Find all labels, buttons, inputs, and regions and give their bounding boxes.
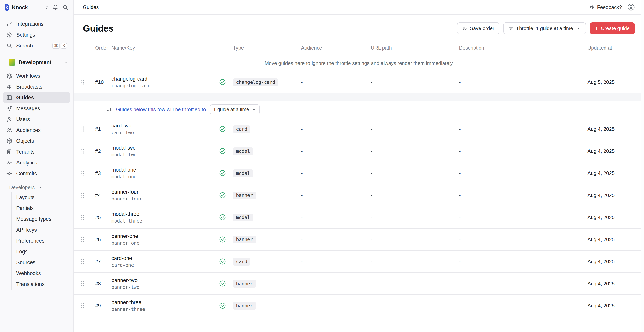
guide-type-cell: card (233, 258, 301, 265)
sidebar-item-logs[interactable]: Logs (12, 246, 67, 257)
drag-handle[interactable] (74, 302, 92, 309)
guide-type-cell: banner (233, 280, 301, 288)
column-header-type: Type (233, 45, 301, 51)
guide-name-cell: banner-four banner-four (112, 189, 219, 202)
column-header-updated-at: Updated at (588, 45, 644, 51)
table-row[interactable]: #10 changelog-card changelog-card change… (74, 71, 644, 93)
feedback-button[interactable]: Feedback? (590, 4, 622, 10)
sidebar-item-translations[interactable]: Translations (12, 279, 67, 289)
sidebar-item-integrations[interactable]: Integrations (3, 19, 70, 30)
bell-icon[interactable] (52, 4, 58, 11)
status-check-icon (219, 236, 226, 243)
table-row[interactable]: #7 card-one card-one card - - - Aug 4, 2… (74, 251, 644, 273)
guide-type-cell: banner (233, 235, 301, 243)
sidebar-nav: Integrations Settings Search ⌘ K Develop… (0, 15, 73, 289)
guide-name-cell: modal-three modal-three (112, 211, 219, 224)
guide-type-cell: banner (233, 302, 301, 310)
tenants-icon (6, 149, 12, 155)
sidebar-item-settings[interactable]: Settings (3, 30, 70, 40)
create-guide-button[interactable]: + Create guide (590, 23, 635, 34)
sidebar-item-sources[interactable]: Sources (12, 257, 67, 268)
guide-audience: - (301, 126, 371, 132)
environment-switcher[interactable]: Development (6, 57, 67, 68)
guide-name: modal-two (112, 145, 219, 151)
guide-name: card-two (112, 123, 219, 129)
sidebar-item-label: Analytics (16, 160, 37, 166)
guide-name-cell: card-two card-two (112, 123, 219, 135)
table-row[interactable]: #9 banner-three banner-three banner - - … (74, 295, 644, 317)
guide-name-cell: banner-three banner-three (112, 299, 219, 312)
throttle-rate-select[interactable]: 1 guide at a time (210, 104, 260, 115)
user-avatar[interactable] (627, 4, 635, 11)
sidebar-item-label: API keys (16, 227, 37, 233)
workspace-switcher[interactable] (44, 5, 49, 10)
search-icon[interactable] (62, 4, 68, 11)
sidebar-item-tenants[interactable]: Tenants (3, 146, 70, 157)
guide-audience: - (301, 192, 371, 198)
developers-section-toggle[interactable]: Developers (9, 184, 64, 190)
sidebar-item-label: Guides (16, 95, 34, 101)
topbar: Guides Feedback? (74, 0, 644, 15)
guide-description: - (459, 303, 588, 309)
sidebar-item-messages[interactable]: Messages (3, 103, 70, 114)
guide-key: banner-four (112, 196, 219, 202)
integrations-icon (6, 21, 12, 27)
drag-handle[interactable] (74, 79, 92, 85)
guide-name: banner-three (112, 299, 219, 305)
sidebar: k Knock Integrations Settings Search (0, 0, 74, 332)
sidebar-item-preferences[interactable]: Preferences (12, 235, 67, 246)
status-check-icon (219, 302, 226, 309)
table-row[interactable]: #1 card-two card-two card - - - Aug 4, 2… (74, 118, 644, 140)
drag-handle[interactable] (74, 170, 92, 176)
pinned-section-hint: Move guides here to ignore the throttle … (74, 55, 644, 71)
sidebar-item-commits[interactable]: Commits (3, 168, 70, 179)
guide-audience: - (301, 259, 371, 265)
guide-description: - (459, 148, 588, 154)
throttle-dropdown-button[interactable]: Throttle: 1 guide at a time (503, 23, 586, 34)
drag-handle[interactable] (74, 236, 92, 243)
status-check-icon (219, 148, 226, 155)
sidebar-item-layouts[interactable]: Layouts (12, 192, 67, 203)
drag-handle[interactable] (74, 192, 92, 199)
search-icon (6, 43, 12, 49)
table-row[interactable]: #6 banner-one banner-one banner - - - Au… (74, 229, 644, 251)
guide-key: banner-two (112, 284, 219, 290)
table-row[interactable]: #3 modal-one modal-one modal - - - Aug 4… (74, 162, 644, 184)
guide-updated-at: Aug 4, 2025 (588, 259, 644, 265)
table-row[interactable]: #8 banner-two banner-two banner - - - Au… (74, 273, 644, 295)
guide-type-badge: card (233, 125, 250, 133)
drag-handle[interactable] (74, 214, 92, 221)
objects-icon (6, 138, 12, 144)
guide-updated-at: Aug 4, 2025 (588, 126, 644, 132)
throttle-divider-link[interactable]: Guides below this row will be throttled … (116, 107, 206, 113)
pinned-rows: #10 changelog-card changelog-card change… (74, 71, 644, 93)
sidebar-item-objects[interactable]: Objects (3, 136, 70, 146)
drag-handle[interactable] (74, 126, 92, 132)
audiences-icon (6, 127, 12, 133)
drag-handle[interactable] (74, 280, 92, 287)
sidebar-item-api-keys[interactable]: API keys (12, 224, 67, 235)
sidebar-item-partials[interactable]: Partials (12, 203, 67, 214)
scrollbar[interactable] (640, 0, 644, 332)
sidebar-item-broadcasts[interactable]: Broadcasts (3, 81, 70, 92)
drag-handle[interactable] (74, 258, 92, 265)
analytics-icon (6, 160, 12, 166)
developers-sub-list: Layouts Partials Message types API keys … (11, 192, 67, 289)
status-check-icon (219, 258, 226, 265)
sidebar-item-workflows[interactable]: Workflows (3, 71, 70, 81)
status-check-icon (219, 214, 226, 221)
sidebar-item-audiences[interactable]: Audiences (3, 125, 70, 136)
sidebar-item-webhooks[interactable]: Webhooks (12, 268, 67, 279)
drag-handle[interactable] (74, 148, 92, 154)
table-row[interactable]: #5 modal-three modal-three modal - - - A… (74, 206, 644, 229)
section-gap (74, 93, 644, 101)
table-row[interactable]: #4 banner-four banner-four banner - - - … (74, 184, 644, 206)
sidebar-item-users[interactable]: Users (3, 114, 70, 125)
save-order-button[interactable]: Save order (457, 23, 500, 34)
sidebar-item-search[interactable]: Search ⌘ K (3, 40, 70, 51)
drag-dots-icon (80, 170, 85, 176)
sidebar-item-message-types[interactable]: Message types (12, 214, 67, 224)
sidebar-item-analytics[interactable]: Analytics (3, 157, 70, 168)
table-row[interactable]: #2 modal-two modal-two modal - - - Aug 4… (74, 140, 644, 162)
sidebar-item-guides[interactable]: Guides (3, 92, 70, 103)
